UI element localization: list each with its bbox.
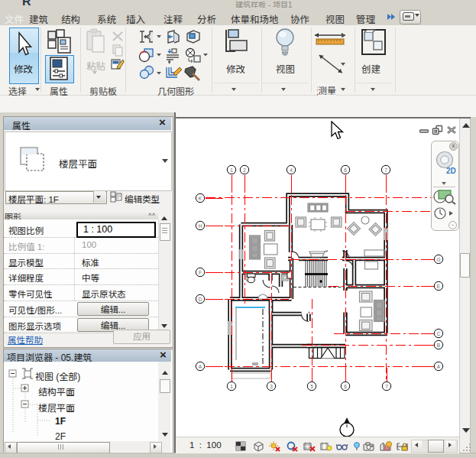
svg-text:E: E xyxy=(437,284,441,289)
svg-text:H: H xyxy=(199,223,202,229)
svg-text:2: 2 xyxy=(243,167,246,173)
svg-text:3: 3 xyxy=(270,384,273,389)
svg-text:G: G xyxy=(436,257,440,262)
svg-text:F: F xyxy=(199,270,202,275)
svg-text:B: B xyxy=(437,343,440,348)
svg-text:D: D xyxy=(199,297,202,302)
svg-text:K: K xyxy=(199,196,202,201)
svg-text:5: 5 xyxy=(310,384,313,389)
svg-text:A: A xyxy=(199,364,202,369)
svg-text:6: 6 xyxy=(344,384,347,389)
svg-text:7: 7 xyxy=(384,167,387,173)
svg-text:7: 7 xyxy=(385,384,388,389)
svg-text:C: C xyxy=(437,331,441,336)
svg-text:4: 4 xyxy=(290,167,293,173)
svg-text:A: A xyxy=(437,364,441,369)
svg-text:1: 1 xyxy=(230,167,233,173)
svg-text:1: 1 xyxy=(230,384,233,389)
svg-text:2D: 2D xyxy=(446,167,456,175)
svg-text:6: 6 xyxy=(344,167,347,173)
